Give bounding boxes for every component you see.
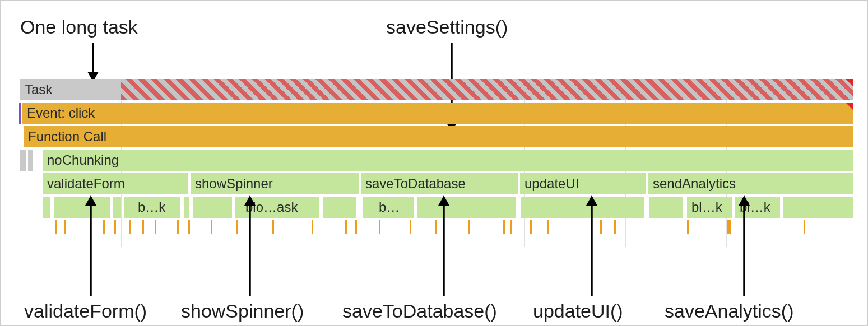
bar-micro-blk1: bl…k <box>687 197 732 218</box>
bar-send-analytics: sendAnalytics <box>648 173 853 194</box>
gray-stub <box>28 150 33 171</box>
row-event: Event: click <box>20 103 853 124</box>
bar-micro-blk2: bl…k <box>735 197 780 218</box>
row-function-call: Function Call <box>20 126 853 147</box>
row-children: validateForm showSpinner saveToDatabase … <box>20 173 853 194</box>
flame-graph: Task Event: click Function Call noChunki… <box>20 79 853 239</box>
bar-save-to-database: saveToDatabase <box>361 173 518 194</box>
gray-stub <box>20 150 26 171</box>
diagram-container: One long task saveSettings() Task Event:… <box>1 1 867 325</box>
bar-task-label: Task <box>20 79 121 100</box>
annotation-save-analytics: saveAnalytics() <box>665 300 794 322</box>
bar-micro-bloask: blo…ask <box>235 197 319 218</box>
arrow-one-long-task <box>85 43 101 82</box>
red-triangle-icon <box>846 79 853 87</box>
row-micro: b…k blo…ask b… bl…k bl…k <box>20 197 853 218</box>
annotation-update-ui: updateUI() <box>533 300 623 322</box>
bar-micro-bk1: b…k <box>124 197 180 218</box>
annotation-save-settings: saveSettings() <box>386 16 508 38</box>
annotation-validate-form: validateForm() <box>24 300 147 322</box>
bar-task-long <box>121 79 853 100</box>
annotation-save-to-database: saveToDatabase() <box>342 300 497 322</box>
bar-event-click: Event: click <box>22 103 853 124</box>
annotation-show-spinner: showSpinner() <box>181 300 304 322</box>
bar-show-spinner: showSpinner <box>191 173 359 194</box>
row-no-chunking: noChunking <box>20 150 853 171</box>
bar-validate-form: validateForm <box>43 173 188 194</box>
bar-micro-b: b… <box>363 197 414 218</box>
purple-marker <box>19 103 21 124</box>
bar-function-call: Function Call <box>24 126 853 147</box>
row-ticks <box>20 220 853 239</box>
bar-no-chunking: noChunking <box>43 150 853 171</box>
annotation-one-long-task: One long task <box>20 16 138 38</box>
bar-update-ui: updateUI <box>520 173 646 194</box>
red-triangle-icon <box>846 103 853 110</box>
row-task: Task <box>20 79 853 100</box>
